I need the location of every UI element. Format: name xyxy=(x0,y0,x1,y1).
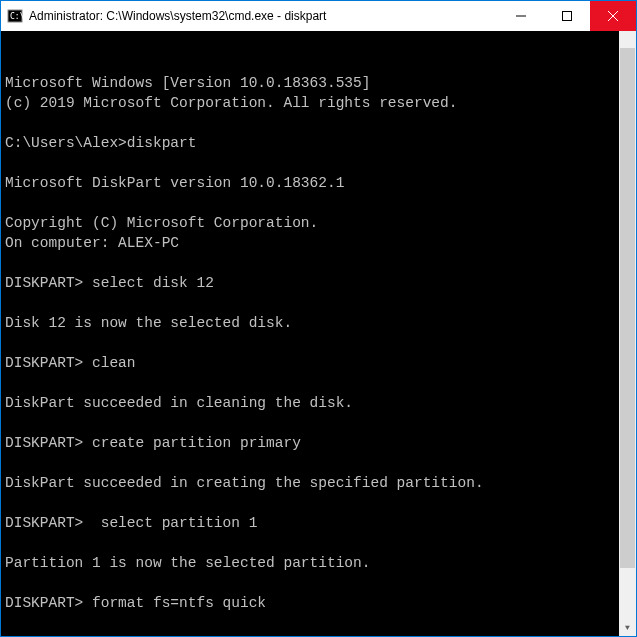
terminal-line xyxy=(5,453,632,473)
terminal-line xyxy=(5,533,632,553)
terminal-line: Microsoft DiskPart version 10.0.18362.1 xyxy=(5,173,632,193)
terminal-line: DISKPART> select partition 1 xyxy=(5,513,632,533)
window-controls xyxy=(498,1,636,31)
terminal-line: On computer: ALEX-PC xyxy=(5,233,632,253)
terminal-line: DISKPART> create partition primary xyxy=(5,433,632,453)
terminal-line xyxy=(5,373,632,393)
terminal-line: Disk 12 is now the selected disk. xyxy=(5,313,632,333)
minimize-button[interactable] xyxy=(498,1,544,31)
terminal-line xyxy=(5,413,632,433)
titlebar[interactable]: C:\ Administrator: C:\Windows\system32\c… xyxy=(1,1,636,31)
terminal-line xyxy=(5,333,632,353)
terminal-line: Partition 1 is now the selected partitio… xyxy=(5,553,632,573)
terminal-line: DISKPART> clean xyxy=(5,353,632,373)
terminal-line: DiskPart succeeded in cleaning the disk. xyxy=(5,393,632,413)
terminal-line xyxy=(5,613,632,633)
scroll-thumb[interactable] xyxy=(620,48,635,568)
close-button[interactable] xyxy=(590,1,636,31)
svg-text:C:\: C:\ xyxy=(10,12,23,21)
terminal-line: 100 percent completed xyxy=(5,633,632,636)
cmd-window: C:\ Administrator: C:\Windows\system32\c… xyxy=(0,0,637,637)
scrollbar[interactable]: ▲ ▼ xyxy=(619,31,636,636)
terminal-line: DiskPart succeeded in creating the speci… xyxy=(5,473,632,493)
terminal-line: (c) 2019 Microsoft Corporation. All righ… xyxy=(5,93,632,113)
terminal-line xyxy=(5,193,632,213)
terminal-line: Microsoft Windows [Version 10.0.18363.53… xyxy=(5,73,632,93)
svg-rect-3 xyxy=(563,12,572,21)
terminal-line xyxy=(5,573,632,593)
terminal-line xyxy=(5,113,632,133)
cmd-icon: C:\ xyxy=(7,8,23,24)
terminal-line xyxy=(5,293,632,313)
terminal-line: Copyright (C) Microsoft Corporation. xyxy=(5,213,632,233)
terminal-line: C:\Users\Alex>diskpart xyxy=(5,133,632,153)
terminal-line: DISKPART> format fs=ntfs quick xyxy=(5,593,632,613)
terminal-line xyxy=(5,153,632,173)
terminal-output[interactable]: Microsoft Windows [Version 10.0.18363.53… xyxy=(1,31,636,636)
maximize-button[interactable] xyxy=(544,1,590,31)
terminal-line xyxy=(5,493,632,513)
terminal-line: DISKPART> select disk 12 xyxy=(5,273,632,293)
scroll-down-icon[interactable]: ▼ xyxy=(619,619,636,636)
terminal-line xyxy=(5,253,632,273)
window-title: Administrator: C:\Windows\system32\cmd.e… xyxy=(29,9,498,23)
scroll-track[interactable] xyxy=(619,48,636,619)
